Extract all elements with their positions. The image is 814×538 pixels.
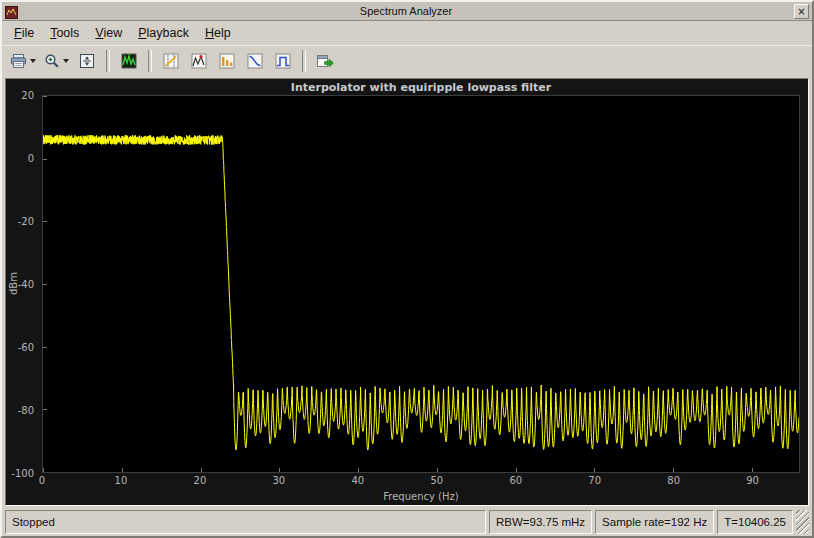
status-message: Stopped [5,510,486,534]
resize-grip[interactable] [796,510,809,534]
y-tick-label: -20 [18,216,34,227]
x-tick-label: 10 [115,475,128,486]
x-tick-label: 90 [746,475,759,486]
x-tick-label: 80 [667,475,680,486]
status-sample-rate: Sample rate=192 Hz [595,510,714,534]
status-bar: Stopped RBW=93.75 mHz Sample rate=192 Hz… [2,508,812,536]
cursor-measurements-icon [163,53,179,69]
y-tick-label: 0 [28,153,34,164]
y-tick-label: 20 [21,90,34,101]
ccdf-measurements-button[interactable] [242,48,268,74]
menu-file[interactable]: File [6,23,42,43]
dropdown-arrow-icon[interactable] [30,59,36,63]
print-button[interactable] [7,48,39,74]
cursor-measurements-button[interactable] [158,48,184,74]
span-button[interactable] [74,48,100,74]
ccdf-measurements-icon [247,53,263,69]
x-tick-labels: 0102030405060708090 [42,475,800,487]
spectrum-settings-button[interactable] [116,48,142,74]
export-button[interactable] [312,48,338,74]
x-tick-label: 50 [430,475,443,486]
status-time: T=10406.25 [717,510,793,534]
status-rbw: RBW=93.75 mHz [489,510,592,534]
spectral-mask-icon [275,53,291,69]
x-tick-label: 70 [588,475,601,486]
span-icon [79,53,95,69]
x-tick-label: 30 [273,475,286,486]
y-tick-label: -60 [18,342,34,353]
plot-axes[interactable] [42,95,800,473]
x-tick-label: 40 [351,475,364,486]
spectrum-trace [43,96,799,472]
plot-panel: Interpolator with equiripple lowpass fil… [5,78,809,506]
close-button[interactable]: × [794,4,809,19]
title-bar[interactable]: Spectrum Analyzer × [2,2,812,21]
zoom-in-icon [44,53,60,69]
export-icon [316,53,334,69]
menu-tools[interactable]: Tools [42,23,87,43]
spectrum-settings-icon [121,53,137,69]
distortion-measurements-icon [219,53,235,69]
zoom-in-button[interactable] [41,48,72,74]
toolbar-separator [148,50,152,72]
distortion-measurements-button[interactable] [214,48,240,74]
y-tick-label: -80 [18,405,34,416]
spectrum-analyzer-window: Spectrum Analyzer × FileToolsViewPlaybac… [0,0,814,538]
window-title: Spectrum Analyzer [22,5,790,17]
menu-bar: FileToolsViewPlaybackHelp [2,21,812,45]
toolbar-separator [106,50,110,72]
toolbar-separator [302,50,306,72]
y-tick-label: -40 [18,279,34,290]
y-tick-label: -100 [11,468,34,479]
peak-finder-icon [191,53,207,69]
close-icon: × [797,6,805,17]
spectral-mask-button[interactable] [270,48,296,74]
menu-help[interactable]: Help [197,23,239,43]
x-tick-label: 0 [39,475,45,486]
window-icon [5,5,18,18]
x-tick-label: 20 [194,475,207,486]
menu-view[interactable]: View [87,23,130,43]
y-tick-labels: 200-20-40-60-80-100 [6,95,39,473]
toolbar [2,45,812,76]
menu-playback[interactable]: Playback [130,23,197,43]
dropdown-arrow-icon[interactable] [63,59,69,63]
print-icon [10,53,27,69]
x-tick-label: 60 [509,475,522,486]
peak-finder-button[interactable] [186,48,212,74]
x-axis-label: Frequency (Hz) [42,491,800,502]
plot-title: Interpolator with equiripple lowpass fil… [42,81,800,94]
